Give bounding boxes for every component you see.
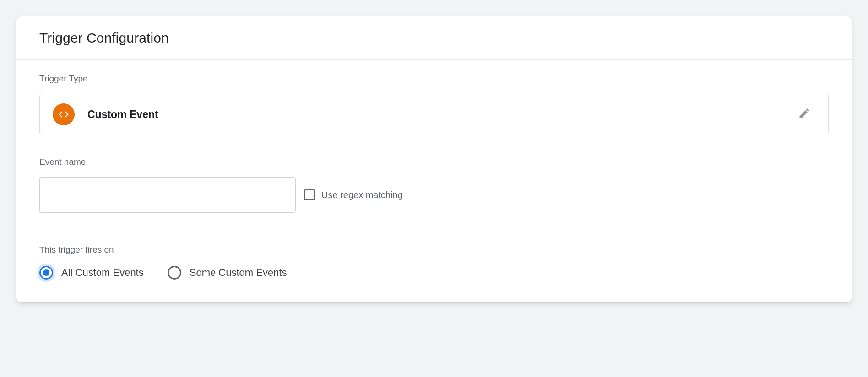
event-name-input[interactable] bbox=[39, 177, 296, 213]
code-icon bbox=[53, 103, 75, 125]
fires-on-radio-group: All Custom Events Some Custom Events bbox=[39, 266, 829, 280]
edit-trigger-type-button[interactable] bbox=[793, 103, 815, 125]
radio-label: All Custom Events bbox=[61, 267, 144, 279]
panel-title: Trigger Configuration bbox=[39, 30, 829, 46]
radio-label: Some Custom Events bbox=[190, 267, 287, 279]
radio-unchecked-icon bbox=[168, 266, 181, 280]
trigger-type-selector[interactable]: Custom Event bbox=[39, 94, 829, 135]
radio-all-custom-events[interactable]: All Custom Events bbox=[39, 266, 144, 280]
radio-checked-icon bbox=[39, 266, 53, 280]
regex-matching-toggle[interactable]: Use regex matching bbox=[304, 189, 403, 200]
trigger-type-value: Custom Event bbox=[87, 108, 781, 121]
event-name-label: Event name bbox=[39, 157, 829, 167]
pencil-icon bbox=[798, 107, 811, 122]
fires-on-label: This trigger fires on bbox=[39, 245, 829, 255]
trigger-configuration-panel: Trigger Configuration Trigger Type Custo… bbox=[16, 16, 852, 302]
checkbox-icon bbox=[304, 189, 315, 200]
panel-header: Trigger Configuration bbox=[16, 16, 852, 60]
regex-matching-label: Use regex matching bbox=[321, 190, 403, 200]
radio-some-custom-events[interactable]: Some Custom Events bbox=[168, 266, 287, 280]
trigger-type-label: Trigger Type bbox=[39, 74, 829, 84]
